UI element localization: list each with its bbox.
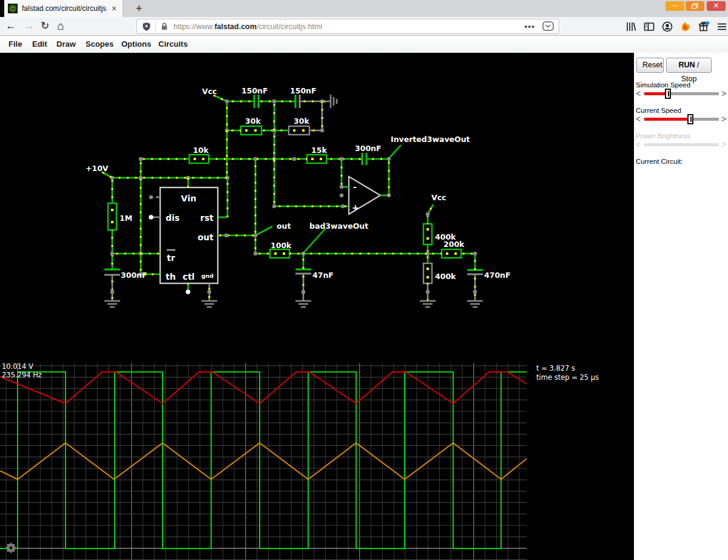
label-post-wire[interactable] xyxy=(303,229,325,253)
slider-right-arrow-icon[interactable]: > xyxy=(721,89,726,98)
tracking-protection-shield-icon[interactable] xyxy=(142,22,151,32)
scope-settings-gear-icon[interactable] xyxy=(6,543,16,553)
scope-frequency: 235.294 Hz xyxy=(2,371,42,379)
current-speed-slider[interactable]: < > xyxy=(634,114,728,124)
ground-antenna[interactable] xyxy=(322,95,337,108)
page-actions-icon[interactable]: ••• xyxy=(524,22,535,32)
pin-rst: rst xyxy=(200,213,214,223)
menu-circuits[interactable]: Circuits xyxy=(158,39,187,49)
tab-active[interactable]: falstad.com/circuit/circuitjs.ht ✕ xyxy=(4,0,123,17)
pin-gnd: gnd xyxy=(201,272,214,279)
slider-thumb[interactable] xyxy=(687,114,693,124)
opamp-plus-sign: + xyxy=(352,203,359,212)
label-cap-300nF-left: 300nF xyxy=(121,271,147,280)
resistor-10k[interactable] xyxy=(141,155,209,163)
label-cap-470nF: 470nF xyxy=(484,271,511,280)
url-text[interactable]: https://www.falstad.com/circuit/circuitj… xyxy=(174,22,322,31)
resistor-200k[interactable] xyxy=(428,249,475,258)
pin-th: th xyxy=(166,272,176,282)
home-button[interactable]: ⌂ xyxy=(53,19,68,33)
notification-badge xyxy=(706,21,709,25)
label-plus10v: +10V xyxy=(86,164,109,173)
label-post-wire[interactable] xyxy=(389,145,401,158)
label-r200k: 200k xyxy=(443,240,465,249)
label-r15k: 15k xyxy=(311,146,327,155)
window-edge xyxy=(0,0,4,17)
menu-file[interactable]: File xyxy=(8,39,22,49)
resistor-400k-top[interactable] xyxy=(423,214,432,254)
url-domain: falstad.com xyxy=(214,22,256,31)
reload-button[interactable]: ↻ xyxy=(38,19,52,33)
window-close-button[interactable]: ✕ xyxy=(707,1,726,11)
label-cap-47nF: 47nF xyxy=(312,271,334,280)
capacitor-150nF-left[interactable] xyxy=(227,95,274,108)
label-r10k: 10k xyxy=(193,146,209,155)
account-icon[interactable] xyxy=(661,21,673,33)
resistor-30k-right[interactable] xyxy=(274,126,322,135)
capacitor-300nF-feedback[interactable] xyxy=(342,153,389,165)
label-inverted3waveout: Inverted3waveOut xyxy=(391,135,470,144)
run-stop-button[interactable]: RUN / Stop xyxy=(666,58,712,73)
window-maximize-button[interactable] xyxy=(686,1,704,11)
label-r1m: 1M xyxy=(120,214,132,223)
favicon-icon xyxy=(8,4,18,13)
back-button[interactable]: ← xyxy=(4,19,18,33)
slider-right-arrow-icon[interactable]: > xyxy=(721,114,726,124)
new-tab-button[interactable]: + xyxy=(131,1,147,16)
reset-button[interactable]: Reset xyxy=(636,58,664,73)
tab-bar: falstad.com/circuit/circuitjs.ht ✕ + – ✕ xyxy=(0,0,728,17)
label-out-post: out xyxy=(277,221,291,231)
wire[interactable] xyxy=(214,95,227,101)
circuit-canvas[interactable]: Vcc 150nF 150nF 30k 30k 10k 15k 300nF In… xyxy=(0,53,634,560)
url-bar[interactable]: https://www.falstad.com/circuit/circuitj… xyxy=(136,19,559,34)
pocket-icon[interactable] xyxy=(542,21,554,32)
resistor-30k-left[interactable] xyxy=(227,126,274,135)
library-icon[interactable] xyxy=(625,21,637,33)
label-r100k: 100k xyxy=(271,241,292,250)
circuit-schematic[interactable]: Vcc 150nF 150nF 30k 30k 10k 15k 300nF In… xyxy=(86,86,511,307)
menu-scopes[interactable]: Scopes xyxy=(86,39,113,49)
firefox-send-icon[interactable] xyxy=(679,21,692,33)
whats-new-gift-icon[interactable] xyxy=(698,21,710,33)
menu-options[interactable]: Options xyxy=(121,39,151,49)
scope-waveforms[interactable] xyxy=(0,372,527,548)
slider-left-arrow-icon[interactable]: < xyxy=(636,89,641,98)
scope-sim-time: t = 3.827 s xyxy=(536,364,575,373)
tab-title: falstad.com/circuit/circuitjs.ht xyxy=(22,4,107,13)
slider-track[interactable] xyxy=(644,118,719,121)
simulation-speed-slider[interactable]: < > xyxy=(634,89,728,98)
lock-icon[interactable] xyxy=(160,22,169,31)
sidebars-icon[interactable] xyxy=(643,21,655,33)
pin-dis: dis xyxy=(166,213,180,223)
resistor-100k[interactable] xyxy=(255,249,303,258)
tab-close-icon[interactable]: ✕ xyxy=(109,5,119,13)
current-speed-label: Current Speed xyxy=(636,107,681,114)
current-circuit-label: Current Circuit: xyxy=(636,158,682,165)
menu-edit[interactable]: Edit xyxy=(32,39,47,49)
scope-time-step: time step = 25 µs xyxy=(536,373,599,382)
op-amp[interactable] xyxy=(274,159,389,214)
window-minimize-button[interactable]: – xyxy=(666,1,684,11)
label-r30k-right: 30k xyxy=(294,116,309,126)
menu-draw[interactable]: Draw xyxy=(56,39,76,49)
label-bad3waveout: bad3waveOut xyxy=(309,221,368,231)
resistor-1M[interactable] xyxy=(108,178,116,254)
ground-symbols[interactable] xyxy=(104,301,483,307)
capacitor-150nF-right[interactable] xyxy=(274,95,322,108)
run-label: RUN xyxy=(678,61,695,69)
hamburger-menu-icon[interactable] xyxy=(716,21,728,33)
pin-vin: Vin xyxy=(181,194,196,203)
slider-thumb[interactable] xyxy=(665,89,671,99)
unconnected-post-dot xyxy=(186,289,190,294)
slider-left-arrow-icon[interactable]: < xyxy=(636,114,641,124)
label-cap-150nF-left: 150nF xyxy=(241,86,268,95)
forward-button[interactable]: → xyxy=(22,19,36,33)
app-menu-bar: File Edit Draw Scopes Options Circuits xyxy=(0,36,728,53)
browser-window: falstad.com/circuit/circuitjs.ht ✕ + – ✕… xyxy=(0,0,728,560)
resistor-15k[interactable] xyxy=(307,155,342,163)
label-post-wire[interactable] xyxy=(255,226,272,235)
slider-track[interactable] xyxy=(644,92,719,95)
timer-555-chip[interactable] xyxy=(151,187,255,301)
maximize-icon xyxy=(692,3,698,9)
simulation-side-panel: Reset RUN / Stop Simulation Speed < > Cu… xyxy=(634,53,728,560)
